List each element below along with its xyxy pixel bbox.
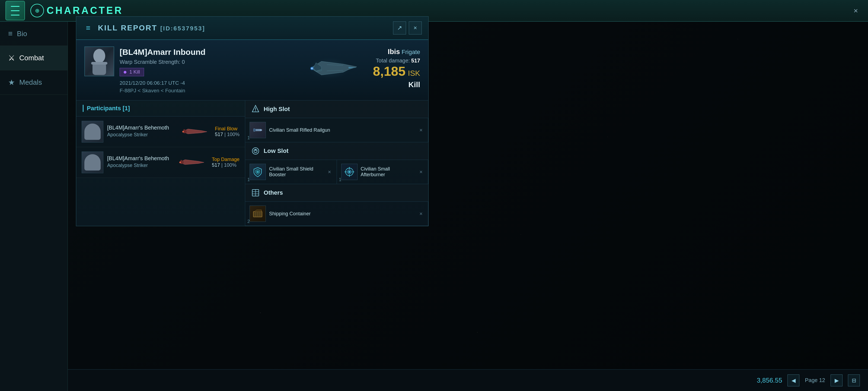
- railgun-svg: [252, 124, 264, 136]
- svg-point-20: [257, 171, 259, 173]
- container-name: Shipping Container: [269, 211, 415, 217]
- shipping-container-icon: [250, 205, 266, 222]
- high-slot-icon: [251, 104, 260, 114]
- next-page-button[interactable]: ▶: [831, 374, 842, 386]
- svg-point-23: [348, 171, 350, 173]
- pilot-info: [BL4M]Amarr Inbound Warp Scramble Streng…: [120, 47, 286, 94]
- railgun-close-button[interactable]: ×: [418, 126, 424, 134]
- high-slot-items: Civilian Small Rifled Railgun × 1: [245, 118, 428, 142]
- filter-button[interactable]: ⊟: [848, 374, 860, 386]
- slot-item-container: Shipping Container × 2: [245, 202, 428, 226]
- low-slot-section: Low Slot Civilian Small Shield Booster: [245, 142, 428, 184]
- participants-panel: Participants [1] [BL4M]Amarr's Behemoth …: [76, 101, 245, 226]
- svg-point-16: [254, 129, 256, 131]
- participant-info-2: [BL4M]Amarr's Behemoth Apocalypse Strike…: [107, 155, 172, 169]
- kill-badge: 1 Kill: [120, 68, 144, 76]
- shield-booster-icon: [250, 164, 266, 180]
- warp-scramble: Warp Scramble Strength: 0: [120, 59, 286, 65]
- hamburger-button[interactable]: [5, 1, 25, 20]
- participants-header: Participants [1]: [76, 101, 245, 116]
- shield-svg: [252, 166, 264, 178]
- prev-page-button[interactable]: ◀: [787, 374, 799, 386]
- shield-slot-num: 1: [247, 177, 250, 182]
- close-dialog-button[interactable]: ×: [409, 22, 422, 34]
- sidebar: ≡ Bio ⚔ Combat ★ Medals: [0, 22, 68, 391]
- svg-point-17: [252, 148, 259, 154]
- container-svg: [252, 208, 264, 220]
- afterburner-svg: [343, 166, 355, 178]
- page-indicator: Page 12: [805, 377, 825, 383]
- svg-rect-14: [260, 130, 262, 131]
- equipment-panel: High Slot Civilian Small Rifled Rai: [245, 101, 428, 226]
- kill-timestamp: 2021/12/20 06:06:17 UTC -4: [120, 80, 286, 86]
- sidebar-item-bio[interactable]: ≡ Bio: [0, 22, 67, 46]
- high-slot-header: High Slot: [245, 101, 428, 118]
- participant-row-2: [BL4M]Amarr's Behemoth Apocalypse Strike…: [76, 147, 245, 178]
- ship-icon-1: [180, 126, 210, 138]
- blow-badge-1: Final Blow: [215, 126, 240, 132]
- high-slot-title: High Slot: [264, 106, 290, 113]
- low-slot-title: Low Slot: [264, 147, 289, 155]
- total-damage-row: Total damage: 517: [373, 58, 420, 64]
- others-icon: [251, 188, 260, 198]
- svg-rect-2: [91, 62, 107, 65]
- pilot-avatar: [84, 47, 114, 76]
- railgun-name: Civilian Small Rifled Railgun: [269, 127, 415, 133]
- svg-marker-19: [254, 149, 257, 151]
- dialog-header: ≡ KILL REPORT [ID:6537953] ↗ ×: [76, 17, 428, 40]
- ship-icon-2: [177, 157, 207, 169]
- sidebar-item-medals[interactable]: ★ Medals: [0, 70, 67, 95]
- shield-booster-name: Civilian Small Shield Booster: [269, 166, 323, 177]
- others-header: Others: [245, 184, 428, 202]
- participant-silhouette-2: [84, 154, 101, 170]
- container-close-button[interactable]: ×: [418, 210, 424, 218]
- participant-ship-img-1: [179, 125, 211, 138]
- hamburger-icon: [11, 5, 20, 17]
- afterburner-close-button[interactable]: ×: [418, 168, 424, 176]
- participant-final-blow: Final Blow 517 | 100%: [215, 126, 240, 137]
- kill-location: F-88PJ < Skaven < Fountain: [120, 88, 286, 94]
- participant-name-1: [BL4M]Amarr's Behemoth: [107, 124, 175, 131]
- bottom-value: 3,856.55: [757, 376, 782, 384]
- svg-point-9: [179, 162, 181, 163]
- participant-top-damage: Top Damage 517 | 100%: [212, 157, 240, 168]
- participant-silhouette-1: [84, 123, 101, 140]
- sidebar-label-combat: Combat: [19, 54, 44, 62]
- kill-type: Kill: [373, 80, 420, 89]
- kill-report-dialog: ≡ KILL REPORT [ID:6537953] ↗ × [BL4M]Ama…: [76, 16, 429, 226]
- dialog-title: KILL REPORT [ID:6537953]: [98, 24, 389, 32]
- blow-badge-2: Top Damage: [212, 157, 240, 162]
- svg-point-0: [93, 49, 105, 63]
- afterburner-slot-num: 1: [339, 177, 341, 182]
- ship-svg: [294, 48, 365, 88]
- logo-icon: ⊕: [30, 4, 44, 18]
- svg-point-8: [182, 131, 184, 133]
- ship-banner: [BL4M]Amarr Inbound Warp Scramble Streng…: [76, 40, 428, 101]
- slot-item-shield: Civilian Small Shield Booster × 1: [245, 160, 337, 184]
- damage-info-2: 517 | 100%: [212, 162, 240, 168]
- app-title: CHARACTER: [46, 5, 123, 16]
- high-slot-svg-icon: [251, 105, 260, 113]
- dialog-body: Participants [1] [BL4M]Amarr's Behemoth …: [76, 101, 428, 226]
- afterburner-name: Civilian Small Afterburner: [361, 166, 415, 177]
- sidebar-item-combat[interactable]: ⚔ Combat: [0, 46, 67, 70]
- kill-badge-dot: [124, 71, 126, 74]
- combat-icon: ⚔: [8, 54, 15, 62]
- export-button[interactable]: ↗: [393, 22, 406, 34]
- shield-booster-close-button[interactable]: ×: [327, 168, 332, 176]
- participant-avatar-2: [82, 151, 103, 173]
- damage-info-1: 517 | 100%: [215, 132, 240, 137]
- top-close-button[interactable]: ×: [849, 4, 863, 18]
- dialog-header-icon: ≡: [83, 23, 94, 33]
- participant-row: [BL4M]Amarr's Behemoth Apocalypse Strike…: [76, 116, 245, 147]
- participant-ship-img-2: [176, 156, 208, 169]
- others-items: Shipping Container × 2: [245, 202, 428, 226]
- sidebar-label-bio: Bio: [17, 30, 27, 38]
- bottom-bar: 3,856.55 ◀ Page 12 ▶ ⊟: [68, 369, 868, 391]
- ship-class: Ibis Frigate: [373, 48, 420, 56]
- ship-image-area: [291, 47, 368, 90]
- slot-item-railgun: Civilian Small Rifled Railgun × 1: [245, 118, 428, 142]
- high-slot-section: High Slot Civilian Small Rifled Rai: [245, 101, 428, 142]
- participant-name-2: [BL4M]Amarr's Behemoth: [107, 155, 172, 162]
- medals-icon: ★: [8, 78, 15, 87]
